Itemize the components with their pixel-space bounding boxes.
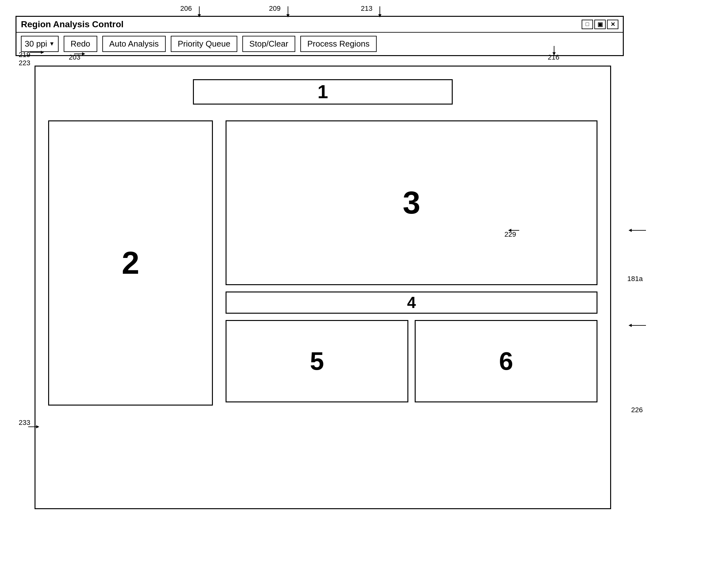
svg-marker-0	[198, 14, 201, 17]
region-2: 2	[48, 120, 213, 405]
restore-button[interactable]: ▣	[594, 20, 606, 29]
svg-marker-9	[629, 324, 632, 327]
annotation-206: 206	[180, 4, 192, 13]
svg-marker-6	[508, 229, 511, 232]
regions-main-row: 2 3 4 5 6	[48, 120, 598, 405]
toolbar-buttons-row: 30 ppi ▼ Redo Auto Analysis Priority Que…	[16, 33, 623, 55]
dropdown-arrow-icon: ▼	[49, 41, 55, 47]
svg-marker-3	[41, 51, 44, 54]
app-title: Region Analysis Control	[21, 19, 123, 29]
arrow-209	[282, 6, 301, 19]
right-arrows-bracket	[627, 192, 652, 414]
toolbar-container: Region Analysis Control □ ▣ ✕ 30 ppi ▼ R…	[16, 16, 624, 56]
region-4: 4	[226, 291, 598, 314]
svg-marker-4	[82, 52, 85, 55]
annotation-209: 209	[269, 4, 281, 13]
region-1: 1	[193, 79, 453, 104]
arrow-203	[74, 47, 87, 57]
arrow-233	[28, 420, 47, 433]
priority-queue-button[interactable]: Priority Queue	[171, 36, 237, 52]
annotation-219: 219	[19, 51, 30, 59]
svg-marker-2	[378, 14, 381, 17]
right-column: 3 4 5 6	[226, 120, 598, 405]
region-3: 3	[226, 120, 598, 285]
annotation-213: 213	[361, 4, 373, 13]
auto-analysis-button[interactable]: Auto Analysis	[102, 36, 166, 52]
window-controls: □ ▣ ✕	[582, 20, 618, 29]
regions-56-row: 5 6	[226, 320, 598, 402]
arrow-216	[554, 46, 567, 55]
svg-marker-8	[629, 229, 632, 232]
process-regions-button[interactable]: Process Regions	[300, 36, 377, 52]
main-content-frame: 1 2 3 4 5	[34, 66, 611, 509]
region-5: 5	[226, 320, 408, 402]
svg-marker-1	[286, 14, 290, 17]
arrow-206	[193, 6, 212, 19]
arrow-213	[373, 6, 392, 19]
arrow-219	[30, 46, 49, 55]
title-bar: Region Analysis Control □ ▣ ✕	[16, 17, 623, 33]
stop-clear-button[interactable]: Stop/Clear	[242, 36, 295, 52]
minimize-button[interactable]: □	[582, 20, 593, 29]
region-6: 6	[415, 320, 598, 402]
arrow-229	[506, 224, 525, 237]
svg-marker-7	[36, 425, 39, 429]
close-button[interactable]: ✕	[607, 20, 618, 29]
